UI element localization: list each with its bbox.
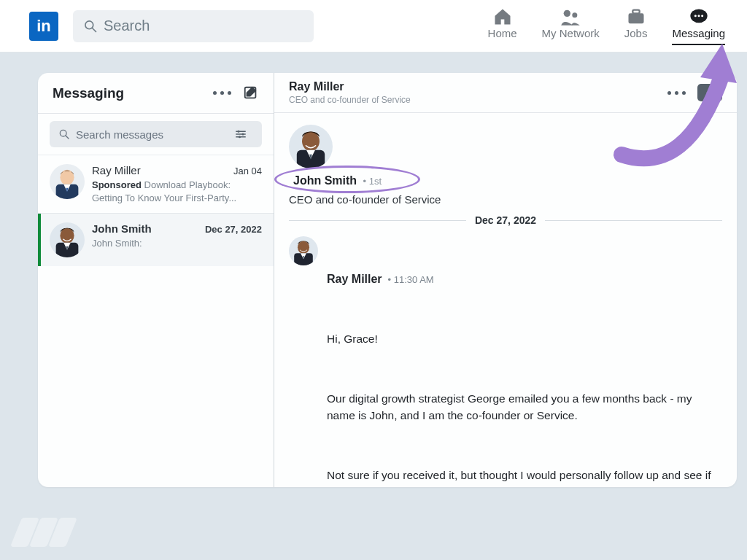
avatar [50,164,85,199]
search-icon [83,19,98,34]
conversation-name: John Smith [92,222,152,235]
message-paragraph: Hi, Grace! [327,330,722,347]
conversation-preview: Sponsored Download Playbook: Getting To … [92,179,262,204]
conversations-title: Messaging [53,85,124,101]
conversations-header: Messaging [38,73,274,114]
home-icon [492,7,513,27]
search-icon [58,128,70,140]
nav-messaging-label: Messaging [672,27,725,39]
conversations-list: Ray Miller Jan 04 Sponsored Download Pla… [38,155,274,487]
briefcase-icon [626,7,646,27]
conversation-item[interactable]: Ray Miller Jan 04 Sponsored Download Pla… [38,155,274,213]
profile-title: CEO and co-founder of Service [289,193,722,206]
messaging-panel: Messaging Search messages Ray Miller Jan… [38,73,737,487]
profile-degree: • 1st [363,176,382,187]
conversation-item[interactable]: John Smith Dec 27, 2022 John Smith: [38,213,274,266]
global-search-placeholder: Search [104,18,150,34]
add-participant-button[interactable]: + [697,84,722,101]
decorative-wedges [16,518,71,547]
avatar [289,236,318,265]
thread-more-button[interactable] [667,91,686,95]
global-search[interactable]: Search [73,10,314,42]
nav-home-label: Home [488,27,517,39]
conversation-preview: John Smith: [92,237,262,250]
compose-icon[interactable] [243,85,259,101]
thread-header: Ray Miller CEO and co-founder of Service… [274,73,737,113]
avatar [50,222,85,257]
nav-network-label: My Network [542,27,600,39]
more-options-button[interactable] [213,91,231,95]
conversation-name: Ray Miller [92,164,141,176]
network-icon [560,7,581,27]
message-paragraph: Our digital growth strategist George ema… [327,390,722,424]
date-separator-label: Dec 27, 2022 [466,214,545,226]
chat-icon [689,7,709,27]
thread-pane: Ray Miller CEO and co-founder of Service… [274,73,737,487]
linkedin-logo[interactable]: in [29,12,58,41]
conversations-pane: Messaging Search messages Ray Miller Jan… [38,73,274,487]
nav-network[interactable]: My Network [542,7,600,45]
nav-jobs-label: Jobs [624,27,648,39]
message: Ray Miller • 11:30 AM Hi, Grace! Our dig… [289,236,722,487]
profile-name: John Smith [293,174,357,187]
nav-messaging[interactable]: Messaging [672,7,725,45]
avatar [289,125,333,168]
thread-body[interactable]: John Smith • 1st CEO and co-founder of S… [274,113,737,487]
filter-icon[interactable] [234,128,247,141]
message-paragraph: Not sure if you received it, but thought… [327,467,722,487]
search-messages-input[interactable]: Search messages [50,121,262,147]
nav-home[interactable]: Home [488,7,517,45]
message-sender: Ray Miller [327,271,382,288]
date-separator: Dec 27, 2022 [289,214,722,226]
profile-block[interactable]: John Smith • 1st CEO and co-founder of S… [289,125,722,211]
thread-header-name: Ray Miller [289,80,411,93]
top-nav: in Search Home My Network Jobs Messaging [0,0,747,52]
search-messages-placeholder: Search messages [76,128,234,141]
conversation-date: Dec 27, 2022 [205,224,262,235]
nav-jobs[interactable]: Jobs [624,7,648,45]
thread-header-subtitle: CEO and co-founder of Service [289,95,411,105]
message-time: • 11:30 AM [388,273,434,287]
conversation-date: Jan 04 [233,166,262,176]
